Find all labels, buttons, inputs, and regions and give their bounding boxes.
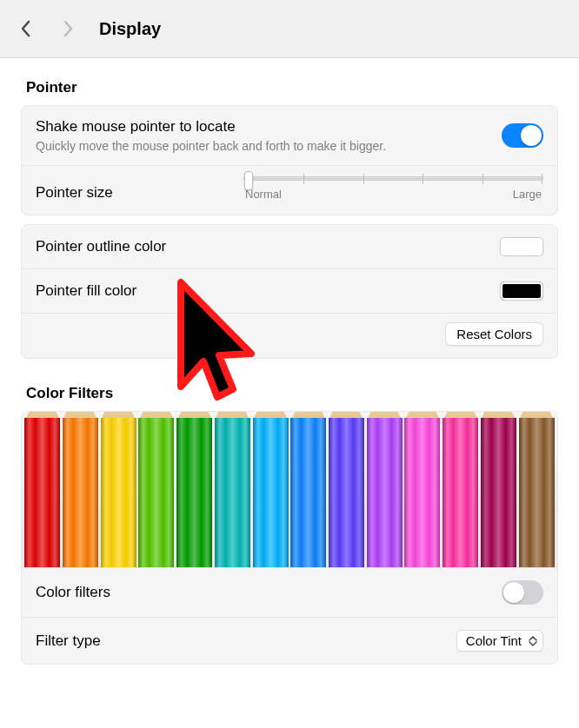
- filter-type-label: Filter type: [36, 632, 101, 650]
- pencil-icon: [176, 412, 212, 567]
- shake-to-locate-subtitle: Quickly move the mouse pointer back and …: [36, 139, 386, 153]
- chevron-right-icon: [62, 20, 74, 37]
- pencil-icon: [253, 412, 289, 567]
- select-arrows-icon: [529, 636, 537, 646]
- pointer-size-slider-track[interactable]: [243, 176, 543, 181]
- color-filters-toggle-row: Color filters: [22, 568, 557, 618]
- back-button[interactable]: [16, 18, 37, 39]
- pencil-icon: [215, 412, 250, 567]
- pencil-icon: [24, 412, 60, 567]
- shake-to-locate-label: Shake mouse pointer to locate: [36, 118, 386, 136]
- filter-type-select[interactable]: Color Tint: [456, 630, 543, 652]
- chevron-left-icon: [20, 20, 32, 37]
- pencil-icon: [519, 412, 555, 567]
- color-filters-preview: [22, 412, 557, 568]
- color-filters-section-label: Color Filters: [26, 385, 558, 402]
- pointer-size-row: Pointer size Normal Large: [22, 166, 557, 215]
- pointer-outline-row: Pointer outline color: [22, 225, 557, 269]
- pointer-fill-label: Pointer fill color: [36, 282, 136, 300]
- pencil-icon: [138, 412, 174, 567]
- pointer-fill-swatch[interactable]: [500, 281, 543, 301]
- filter-type-row: Filter type Color Tint: [22, 618, 557, 664]
- color-filters-panel: Color filters Filter type Color Tint: [21, 411, 558, 665]
- shake-to-locate-toggle[interactable]: [502, 123, 543, 148]
- pointer-size-max-label: Large: [513, 188, 542, 201]
- pointer-size-label: Pointer size: [36, 184, 113, 202]
- pencil-icon: [63, 412, 98, 567]
- pencil-icon: [443, 412, 478, 567]
- pencil-icon: [101, 412, 136, 567]
- pencil-icon: [481, 412, 516, 567]
- pencil-icon: [290, 412, 326, 567]
- color-filters-label: Color filters: [36, 584, 110, 601]
- pointer-outline-label: Pointer outline color: [36, 238, 166, 255]
- page-title: Display: [99, 19, 161, 39]
- shake-to-locate-row: Shake mouse pointer to locate Quickly mo…: [22, 106, 557, 166]
- pointer-section-label: Pointer: [26, 79, 558, 96]
- forward-button[interactable]: [57, 18, 78, 39]
- pencil-icon: [404, 412, 440, 567]
- pointer-size-slider-thumb[interactable]: [244, 171, 253, 190]
- pointer-panel: Shake mouse pointer to locate Quickly mo…: [21, 105, 558, 215]
- pencil-icon: [367, 412, 403, 567]
- pointer-color-panel: Pointer outline color Pointer fill color…: [21, 224, 558, 359]
- reset-colors-button[interactable]: Reset Colors: [445, 322, 543, 346]
- color-filters-toggle[interactable]: [502, 580, 543, 605]
- title-bar: Display: [0, 0, 579, 58]
- pencil-icon: [329, 412, 364, 567]
- pointer-outline-swatch[interactable]: [500, 237, 543, 256]
- pointer-fill-row: Pointer fill color: [22, 269, 557, 314]
- filter-type-value: Color Tint: [466, 633, 522, 648]
